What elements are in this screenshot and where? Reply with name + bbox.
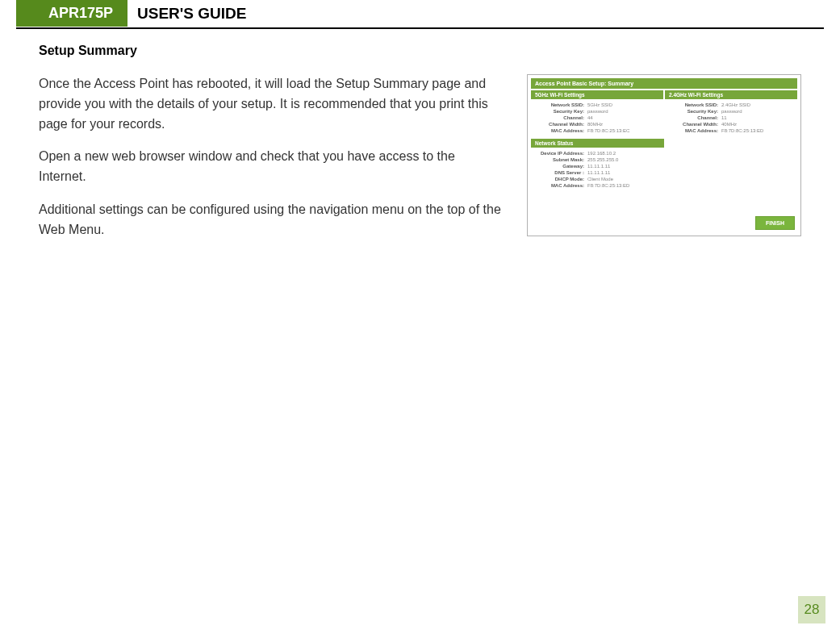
kv-row: Network SSID:2.4GHz SSID [665,102,797,108]
panel-network: Network Status Device IP Address:192.168… [531,139,664,189]
kv-value: password [587,109,608,114]
kv-value: Client Mode [587,177,613,181]
finish-button[interactable]: FINISH [755,216,795,230]
paragraph-3: Additional settings can be configured us… [39,200,503,240]
panel-network-title: Network Status [531,139,664,148]
kv-row: Security Key:password [665,108,797,115]
kv-label: DHCP Mode: [531,177,587,181]
kv-row: MAC Address:F8:7D:8C:25:13:ED [665,127,797,134]
paragraph-2: Open a new web browser window and check … [39,147,503,187]
figure-footer: FINISH [531,211,797,232]
kv-row: DNS Server :11.11.1.11 [531,169,664,176]
kv-row: Security Key:password [531,108,663,115]
kv-label: Channel: [531,115,587,120]
text-column: Once the Access Point has rebooted, it w… [39,74,503,253]
paragraph-1: Once the Access Point has rebooted, it w… [39,74,503,134]
kv-value: 40MHz [721,122,737,127]
kv-label: Channel Width: [531,122,587,127]
kv-row: Device IP Address:192.168.10.2 [531,150,664,156]
kv-value: 80MHz [587,122,603,127]
kv-row: Channel:44 [531,115,663,121]
kv-value: 11.11.1.11 [587,170,610,175]
content-row: Once the Access Point has rebooted, it w… [39,74,801,253]
kv-label: Security Key: [665,109,721,114]
kv-label: Network SSID: [531,102,587,107]
kv-row: DHCP Mode:Client Mode [531,176,664,182]
figure-wifi-columns: 5GHz Wi-Fi Settings Network SSID:5GHz SS… [531,90,797,134]
section-heading: Setup Summary [39,44,801,58]
kv-value: F8:7D:8C:25:13:ED [721,128,763,133]
panel-24ghz-title: 2.4GHz Wi-Fi Settings [665,90,797,99]
kv-label: MAC Address: [531,183,587,188]
kv-row: Channel:11 [665,115,797,121]
kv-row: MAC Address:F8:7D:8C:25:13:ED [531,182,664,189]
document-header: APR175P USER'S GUIDE [16,0,824,27]
kv-label: Gateway: [531,164,587,169]
panel-5ghz: 5GHz Wi-Fi Settings Network SSID:5GHz SS… [531,90,663,134]
kv-value: F8:7D:8C:25:13:ED [587,183,629,188]
kv-value: 5GHz SSID [587,102,612,107]
panel-5ghz-title: 5GHz Wi-Fi Settings [531,90,663,99]
kv-row: Channel Width:80MHz [531,121,663,127]
kv-row: Gateway:11.11.1.11 [531,163,664,169]
kv-value: 255.255.255.0 [587,157,618,162]
kv-value: F8:7D:8C:25:13:EC [587,128,629,133]
kv-row: MAC Address:F8:7D:8C:25:13:EC [531,127,663,134]
figure-main-header: Access Point Basic Setup: Summary [531,78,797,89]
kv-value: 192.168.10.2 [587,151,616,156]
kv-value: 44 [587,115,593,120]
page-number: 28 [798,596,825,623]
kv-label: Channel Width: [665,122,721,127]
kv-value: 2.4GHz SSID [721,102,750,107]
kv-value: 11 [721,115,727,120]
kv-label: Device IP Address: [531,151,587,156]
panel-24ghz: 2.4GHz Wi-Fi Settings Network SSID:2.4GH… [665,90,797,134]
kv-label: Network SSID: [665,102,721,107]
model-badge: APR175P [16,0,127,27]
kv-label: Subnet Mask: [531,157,587,162]
kv-row: Channel Width:40MHz [665,121,797,127]
kv-value: 11.11.1.11 [587,164,610,169]
setup-summary-figure: Access Point Basic Setup: Summary 5GHz W… [527,74,801,236]
kv-row: Subnet Mask:255.255.255.0 [531,156,664,163]
kv-value: password [721,109,742,114]
kv-label: MAC Address: [531,128,587,133]
kv-label: Security Key: [531,109,587,114]
kv-label: DNS Server : [531,170,587,175]
document-title: USER'S GUIDE [127,0,824,27]
page-content: Setup Summary Once the Access Point has … [0,29,840,253]
kv-label: Channel: [665,115,721,120]
kv-label: MAC Address: [665,128,721,133]
kv-row: Network SSID:5GHz SSID [531,102,663,108]
